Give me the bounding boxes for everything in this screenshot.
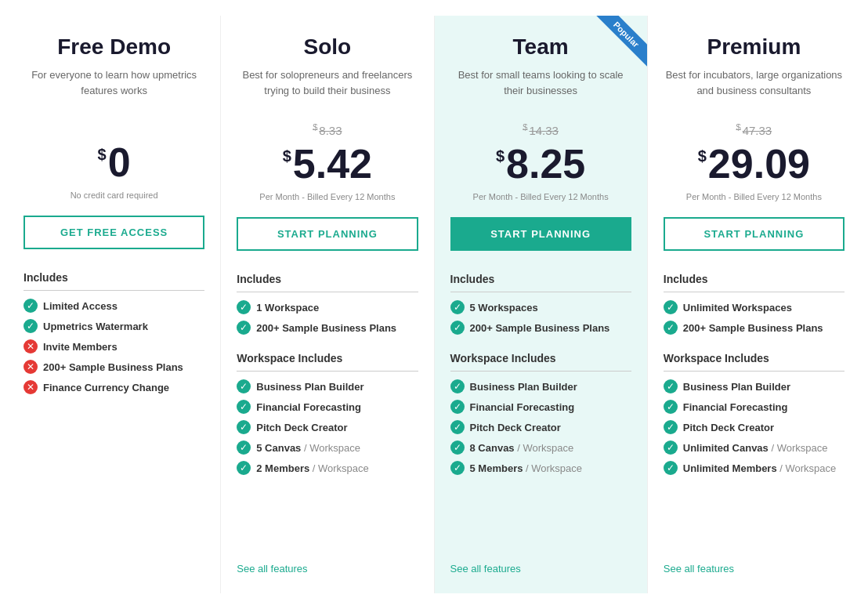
workspace-icon-premium-3: ✓ (664, 440, 678, 455)
includes-label-free-demo: Includes (24, 271, 204, 284)
see-features-link-team[interactable]: See all features (450, 553, 631, 575)
workspace-label-solo: Workspace Includes (237, 352, 418, 364)
price-dollar-free-demo: $ (98, 147, 107, 162)
price-billing-premium: Per Month - Billed Every 12 Months (664, 192, 844, 205)
workspace-text-solo-1: Financial Forecasting (256, 401, 361, 413)
see-features-link-premium[interactable]: See all features (664, 553, 844, 575)
price-main-area-solo: $ 5.42 (237, 143, 418, 184)
workspace-icon-team-3: ✓ (450, 440, 465, 455)
workspace-divider-premium (664, 371, 844, 372)
includes-divider-solo (237, 292, 418, 292)
price-number-team: 8.25 (506, 143, 585, 184)
cta-button-team[interactable]: START PLANNING (450, 217, 631, 251)
feature-icon-cross-free-demo-2: ✕ (24, 339, 38, 353)
workspace-item-solo-1: ✓ Financial Forecasting (237, 400, 418, 414)
feature-text-team-1: 200+ Sample Business Plans (470, 322, 610, 334)
see-features-link-solo[interactable]: See all features (237, 553, 418, 575)
plan-col-premium: PremiumBest for incubators, large organi… (648, 16, 860, 593)
price-original-area-team: $14.33 (450, 122, 631, 139)
price-dollar-premium: $ (698, 148, 707, 164)
cta-button-premium[interactable]: START PLANNING (664, 217, 844, 251)
feature-text-premium-1: 200+ Sample Business Plans (683, 322, 823, 334)
includes-item-solo-1: ✓ 200+ Sample Business Plans (237, 321, 418, 335)
feature-icon-check-solo-0: ✓ (237, 300, 251, 314)
workspace-item-premium-2: ✓ Pitch Deck Creator (664, 420, 844, 434)
price-billing-team: Per Month - Billed Every 12 Months (450, 192, 631, 205)
workspace-text-team-1: Financial Forecasting (470, 401, 575, 413)
plan-col-solo: SoloBest for solopreneurs and freelancer… (221, 16, 434, 593)
workspace-divider-solo (237, 371, 418, 372)
workspace-text-premium-3: Unlimited Canvas / Workspace (683, 442, 828, 454)
workspace-item-premium-0: ✓ Business Plan Builder (664, 379, 844, 393)
workspace-label-team: Workspace Includes (450, 352, 631, 364)
price-main-team: $ 8.25 (450, 143, 631, 184)
workspace-text-solo-3: 5 Canvas / Workspace (256, 442, 360, 454)
plan-desc-solo: Best for solopreneurs and freelancers tr… (237, 67, 418, 110)
workspace-item-solo-4: ✓ 2 Members / Workspace (237, 461, 418, 475)
plan-title-premium: Premium (664, 34, 844, 60)
includes-divider-team (450, 292, 631, 292)
feature-icon-check-team-0: ✓ (450, 300, 465, 314)
includes-divider-premium (664, 292, 844, 292)
price-main-area-premium: $ 29.09 (664, 143, 844, 184)
feature-icon-check-solo-1: ✓ (237, 321, 251, 335)
workspace-text-team-4: 5 Members / Workspace (470, 462, 583, 474)
includes-item-free-demo-0: ✓ Limited Access (24, 299, 204, 313)
workspace-item-team-3: ✓ 8 Canvas / Workspace (450, 440, 631, 455)
includes-item-free-demo-1: ✓ Upmetrics Watermark (24, 319, 204, 333)
price-original-solo: $8.33 (237, 122, 418, 137)
workspace-icon-team-4: ✓ (450, 461, 465, 475)
feature-icon-check-free-demo-0: ✓ (24, 299, 38, 313)
price-main-free-demo: $ 0 (24, 142, 204, 183)
includes-item-solo-0: ✓ 1 Workspace (237, 300, 418, 314)
plan-desc-premium: Best for incubators, large organizations… (664, 67, 844, 110)
price-main-area-team: $ 8.25 (450, 143, 631, 184)
plan-title-solo: Solo (237, 34, 418, 60)
price-original-dollar-solo: $ (313, 122, 317, 132)
feature-icon-check-team-1: ✓ (450, 321, 465, 335)
feature-text-team-0: 5 Workspaces (470, 302, 538, 314)
workspace-label-premium: Workspace Includes (664, 352, 844, 364)
popular-badge: Popular (584, 16, 647, 78)
feature-icon-check-free-demo-1: ✓ (24, 319, 38, 333)
feature-icon-cross-free-demo-3: ✕ (24, 360, 38, 374)
includes-item-free-demo-3: ✕ 200+ Sample Business Plans (24, 360, 204, 374)
workspace-item-team-1: ✓ Financial Forecasting (450, 400, 631, 414)
workspace-text-premium-1: Financial Forecasting (683, 401, 788, 413)
workspace-icon-team-2: ✓ (450, 420, 465, 434)
price-original-area-premium: $47.33 (664, 122, 844, 139)
price-number-premium: 29.09 (708, 143, 810, 184)
feature-text-free-demo-3: 200+ Sample Business Plans (43, 361, 183, 373)
workspace-item-premium-4: ✓ Unlimited Members / Workspace (664, 461, 844, 475)
price-original-team: $14.33 (450, 122, 631, 137)
price-main-premium: $ 29.09 (664, 143, 844, 184)
cta-button-free-demo[interactable]: GET FREE ACCESS (24, 216, 204, 249)
workspace-text-team-3: 8 Canvas / Workspace (470, 442, 574, 454)
workspace-icon-solo-4: ✓ (237, 461, 251, 475)
price-billing-solo: Per Month - Billed Every 12 Months (237, 192, 418, 205)
workspace-icon-solo-3: ✓ (237, 440, 251, 455)
price-original-dollar-team: $ (523, 122, 527, 132)
feature-text-free-demo-4: Finance Currency Change (43, 382, 169, 393)
workspace-icon-premium-1: ✓ (664, 400, 678, 414)
includes-label-premium: Includes (664, 273, 844, 285)
includes-item-premium-0: ✓ Unlimited Workspaces (664, 300, 844, 314)
includes-item-free-demo-2: ✕ Invite Members (24, 339, 204, 353)
price-billing-free-demo: No credit card required (24, 190, 204, 203)
workspace-text-solo-4: 2 Members / Workspace (256, 462, 369, 474)
workspace-text-team-0: Business Plan Builder (470, 381, 577, 393)
plan-col-team: Popular TeamBest for small teams looking… (435, 16, 648, 593)
workspace-icon-premium-4: ✓ (664, 461, 678, 475)
cta-button-solo[interactable]: START PLANNING (237, 217, 418, 251)
workspace-icon-solo-0: ✓ (237, 379, 251, 393)
workspace-icon-solo-2: ✓ (237, 420, 251, 434)
includes-item-team-1: ✓ 200+ Sample Business Plans (450, 321, 631, 335)
workspace-item-team-0: ✓ Business Plan Builder (450, 379, 631, 393)
workspace-text-premium-2: Pitch Deck Creator (683, 422, 774, 433)
workspace-item-team-4: ✓ 5 Members / Workspace (450, 461, 631, 475)
plan-title-free-demo: Free Demo (24, 34, 204, 60)
feature-text-free-demo-0: Limited Access (43, 300, 118, 312)
includes-item-free-demo-4: ✕ Finance Currency Change (24, 380, 204, 394)
feature-text-solo-0: 1 Workspace (256, 302, 319, 314)
plan-col-free-demo: Free DemoFor everyone to learn how upmet… (8, 16, 221, 593)
